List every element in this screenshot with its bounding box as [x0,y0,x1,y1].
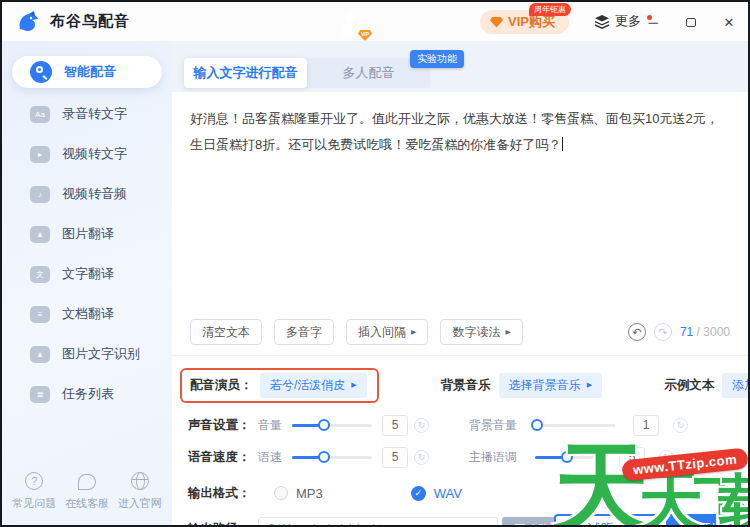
sidebar-item-label: 文档翻译 [62,305,114,323]
sidebar-item-video-to-text[interactable]: ▸ 视频转文字 [30,140,162,168]
volume-input[interactable] [382,415,408,436]
pitch-input[interactable] [619,447,645,468]
user-avatar[interactable]: VIP [338,8,368,38]
listen-button[interactable]: ▶ 试听一下 [554,514,658,527]
sound-settings-label: 声音设置： [188,417,258,434]
customer-service-button[interactable]: 在线客服 [65,472,109,511]
char-counter: ↶ ↷ 71 / 3000 [628,323,730,341]
faq-button[interactable]: ? 常见问题 [12,472,56,511]
bg-volume-input[interactable] [633,415,659,436]
sidebar-item-image-translate[interactable]: ▲ 图片翻译 [30,220,162,248]
close-button[interactable]: ✕ [710,2,748,42]
content-panel: 好消息！品客蛋糕隆重开业了。值此开业之际，优惠大放送！零售蛋糕、面包买10元送2… [172,92,748,525]
voice-actor-label: 配音演员： [190,377,260,394]
sidebar-item-label: 文字翻译 [62,265,114,283]
app-title: 布谷鸟配音 [50,12,130,31]
maximize-button[interactable] [672,2,710,42]
sidebar-item-doc-translate[interactable]: ≡ 文档翻译 [30,300,162,328]
char-count-limit: 3000 [703,325,730,339]
maximize-icon [686,18,696,27]
volume-label: 音量 [258,417,282,434]
dropdown-arrow-icon: ▶ [351,381,356,389]
faq-label: 常见问题 [12,496,56,511]
pitch-label: 主播语调 [469,449,517,466]
radio-mp3[interactable]: MP3 [274,486,323,501]
voice-actor-value: 若兮/活泼俏皮 [270,377,345,394]
listen-label: 试听一下 [588,520,640,527]
lightning-icon [682,523,692,527]
output-format-row: 输出格式： MP3 ✓ WAV [188,480,748,506]
reset-icon[interactable]: ↻ [673,418,688,433]
volume-slider[interactable] [292,424,372,427]
radio-wav[interactable]: ✓ WAV [411,486,462,501]
bg-volume-label: 背景音量 [469,417,517,434]
insert-pause-label: 插入间隔 [358,324,406,341]
sidebar-item-task-list[interactable]: ≣ 任务列表 [30,380,162,408]
customer-service-label: 在线客服 [65,496,109,511]
diamond-icon [490,17,503,28]
voice-actor-row: 配音演员： 若兮/活泼俏皮 ▶ 背景音乐 选择背景音乐 ▶ 示例文本 [188,368,748,402]
insert-pause-button[interactable]: 插入间隔 ▶ [346,319,428,345]
radio-off-icon [274,486,288,500]
app-window: 布谷鸟配音 VIP VIP购买 周年钜惠 更多 ─ ✕ [0,0,750,527]
sidebar-item-video-to-audio[interactable]: ♪ 视频转音频 [30,180,162,208]
minimize-button[interactable]: ─ [634,2,672,42]
speed-slider[interactable] [292,456,372,459]
reset-icon[interactable]: ↻ [414,450,429,465]
clear-text-button[interactable]: 清空文本 [190,319,262,345]
voice-actor-select[interactable]: 若兮/活泼俏皮 ▶ [260,373,367,398]
globe-icon [131,472,149,490]
number-reading-button[interactable]: 数字读法 ▶ [440,319,522,345]
official-site-button[interactable]: 进入官网 [118,472,162,511]
speed-label: 语速 [258,449,282,466]
reset-icon[interactable]: ↻ [659,450,674,465]
sidebar: 智能配音 Aa 录音转文字 ▸ 视频转文字 ♪ 视频转音频 ▲ 图片翻译 文 文… [2,42,172,525]
sidebar-item-text-translate[interactable]: 文 文字翻译 [30,260,162,288]
polyphone-button[interactable]: 多音字 [274,319,334,345]
output-path-input[interactable] [258,517,498,527]
output-path-row: 输出路径： 更改路径 ▶ 试听一下 开始转换 [188,514,748,527]
titlebar: 布谷鸟配音 VIP VIP购买 周年钜惠 更多 ─ ✕ [2,2,748,42]
bgm-select[interactable]: 选择背景音乐 ▶ [499,373,602,398]
sidebar-item-label: 录音转文字 [62,105,127,123]
sidebar-item-label: 智能配音 [64,63,116,81]
reset-icon[interactable]: ↻ [414,418,429,433]
sidebar-footer: ? 常见问题 在线客服 进入官网 [2,472,172,511]
image-translate-icon: ▲ [30,226,50,243]
redo-icon[interactable]: ↷ [654,323,672,341]
sidebar-item-ocr[interactable]: ▲ 图片文字识别 [30,340,162,368]
sidebar-item-label: 任务列表 [62,385,114,403]
undo-icon[interactable]: ↶ [628,323,646,341]
dropdown-arrow-icon: ▶ [411,328,416,335]
speed-settings-row: 语音速度： 语速 ↻ 主播语调 ↻ [188,444,748,470]
dropdown-arrow-icon: ▶ [587,381,592,389]
number-reading-label: 数字读法 [452,324,500,341]
polyphone-label: 多音字 [286,324,322,341]
play-icon: ▶ [572,523,580,527]
ocr-icon: ▲ [30,346,50,363]
video-to-text-icon: ▸ [30,146,50,163]
tab-strip: 输入文字进行配音 多人配音 [184,58,430,88]
speed-input[interactable] [382,447,408,468]
sidebar-item-label: 视频转文字 [62,145,127,163]
experimental-feature-badge: 实验功能 [410,50,464,68]
question-icon: ? [25,472,43,490]
tab-text-dubbing[interactable]: 输入文字进行配音 [184,58,307,88]
editor-toolbar: 清空文本 多音字 插入间隔 ▶ 数字读法 ▶ ↶ ↷ [172,317,748,356]
pitch-slider[interactable] [535,456,601,459]
sidebar-item-audio-to-text[interactable]: Aa 录音转文字 [30,100,162,128]
text-editor[interactable]: 好消息！品客蛋糕隆重开业了。值此开业之际，优惠大放送！零售蛋糕、面包买10元送2… [172,92,748,317]
bg-volume-slider[interactable] [535,424,615,427]
sidebar-item-smart-dubbing[interactable]: 智能配音 [12,56,162,88]
bgm-button-label: 选择背景音乐 [509,377,581,394]
task-list-icon: ≣ [30,386,50,403]
mic-search-icon [30,61,52,83]
anniversary-sale-badge: 周年钜惠 [529,3,571,16]
chat-bubble-icon [78,474,96,490]
sample-text-select[interactable]: 添加示例文本 ▶ [722,373,750,398]
editor-text: 好消息！品客蛋糕隆重开业了。值此开业之际，优惠大放送！零售蛋糕、面包买10元送2… [190,111,719,152]
speed-settings-label: 语音速度： [188,449,258,466]
sidebar-item-label: 视频转音频 [62,185,127,203]
dropdown-arrow-icon: ▶ [505,328,510,335]
start-convert-button[interactable]: 开始转换 [666,514,750,527]
